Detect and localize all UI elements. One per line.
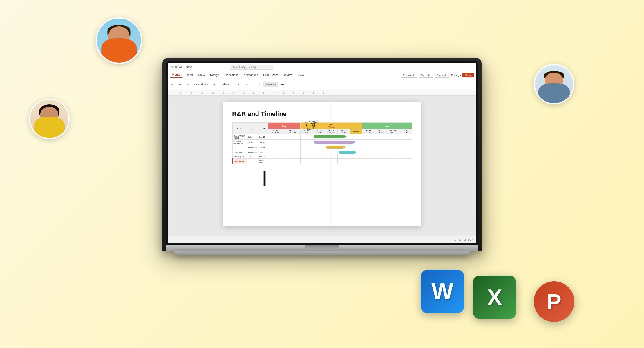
slide-title: R&R and Timeline [232, 110, 412, 118]
toolbar-redo[interactable]: ↪ [177, 82, 183, 87]
gantt-week-col: Week425-31 [337, 129, 350, 134]
laptop-foot [174, 251, 470, 255]
icon-excel[interactable]: X [473, 276, 516, 319]
btn-catch-up[interactable]: Catch Up [419, 72, 434, 78]
toolbar-underline[interactable]: U [256, 82, 262, 87]
gantt-header-role: Role [232, 123, 247, 134]
gantt-header-dec: DecToday [300, 123, 362, 129]
tab-review[interactable]: Review [281, 72, 295, 78]
ppt-ribbon-tabs: Home Insert Draw Design Transitions Anim… [168, 71, 476, 79]
ppt-toolbar: ↩ ↪ ✂ New Slide ▾ ⊞ Rakuten... A B I U S… [168, 79, 476, 90]
gantt-row-highlight: Demo/ Live Jan 15Jan 31 [232, 159, 412, 164]
gantt-week-col: Week28-12 [375, 129, 387, 134]
gantt-header-eta: ETA [258, 123, 268, 134]
view-reading[interactable]: ⊡ [464, 238, 466, 241]
laptop-notch [305, 245, 339, 249]
tab-draw[interactable]: Draw [196, 72, 207, 78]
ppt-statusbar: ⊟ ⊞ ⊡ 90% [168, 236, 476, 243]
slide-canvas[interactable]: R&R and Timeline Role PIC ETA Nov [223, 102, 421, 226]
ppt-window: YOXO AI ... Drive Search (Option + Q) Ho… [168, 63, 476, 243]
btn-share[interactable]: Share [462, 73, 474, 77]
view-normal[interactable]: ⊟ [454, 238, 457, 241]
ppt-ruler: -5-4-3-2-10123456789 [168, 90, 476, 96]
gantt-row: UI/UX Origin Image Sejin Dec 15 [232, 134, 412, 140]
toolbar-font-size[interactable]: A [236, 82, 242, 87]
ppt-search[interactable]: Search (Option + Q) [230, 65, 273, 70]
ppt-title: YOXO AI ... Drive [170, 66, 193, 69]
tab-transitions[interactable]: Transitions [222, 72, 241, 78]
laptop-container: YOXO AI ... Drive Search (Option + Q) Ho… [162, 58, 482, 255]
slide-panel: R&R and Timeline Role PIC ETA Nov [168, 96, 476, 236]
toolbar-undo[interactable]: ↩ [169, 82, 176, 87]
toolbar-text[interactable]: Rakuten... [219, 82, 235, 87]
tab-slideshow[interactable]: Slide Show [261, 72, 280, 78]
today-line [331, 102, 331, 226]
laptop-body: YOXO AI ... Drive Search (Option + Q) Ho… [162, 58, 482, 251]
icon-powerpoint[interactable]: P [534, 281, 574, 322]
zoom-level: 90% [468, 238, 473, 241]
btn-comments[interactable]: Comments [401, 72, 417, 78]
gantt-week-col: Week422-29 [399, 129, 412, 134]
toolbar-cut[interactable]: ✂ [184, 82, 191, 87]
toolbar-new-slide[interactable]: New Slide ▾ [192, 82, 210, 87]
laptop-base [166, 245, 478, 251]
ppt-titlebar: YOXO AI ... Drive Search (Option + Q) [168, 63, 476, 71]
gantt-header-jan: Jan [362, 123, 412, 129]
gantt-week-col: Week14-8 [300, 129, 313, 134]
tab-insert[interactable]: Insert [183, 72, 195, 78]
tab-home[interactable]: Home [170, 72, 183, 78]
gantt-table: Role PIC ETA Nov DecToday Jan [232, 122, 412, 164]
tab-animations[interactable]: Animations [241, 72, 260, 78]
gantt-week-col: Week211-15 [313, 129, 325, 134]
gantt-row: AI Model Generating Uday Dec 20 [232, 140, 412, 145]
gantt-row: API Taehyeon Dec 15 [232, 145, 412, 150]
avatar-woman-orange [96, 17, 142, 64]
gantt-week-col: Week318-22 [325, 129, 338, 134]
avatar-man-gray [534, 64, 574, 104]
view-slide[interactable]: ⊞ [459, 238, 461, 241]
laptop-screen: YOXO AI ... Drive Search (Option + Q) Ho… [168, 63, 476, 243]
tab-view[interactable]: View [295, 72, 306, 78]
toolbar-bold[interactable]: B [243, 82, 249, 87]
gantt-header-nov: Nov [268, 123, 300, 129]
gantt-week-col: Week5 [350, 129, 362, 134]
toolbar-shapes[interactable]: Shapes ▾ [263, 82, 278, 87]
toolbar-more[interactable]: ••• [279, 82, 286, 87]
tab-design[interactable]: Design [208, 72, 221, 78]
icon-word[interactable]: W [421, 270, 464, 313]
gantt-week-col: Week110/30-3/4 [268, 129, 283, 134]
editing-label: Editing ▾ [451, 74, 461, 77]
ppt-content-area: R&R and Timeline Role PIC ETA Nov [168, 96, 476, 236]
toolbar-italic[interactable]: I [250, 82, 255, 87]
avatar-woman-yellow [29, 99, 70, 139]
gantt-row: Front-end Taehyeon Dec 22 [232, 150, 412, 155]
gantt-header-pic: PIC [247, 123, 258, 134]
gantt-row: QA/ Bug Fix QA Jan 12 [232, 155, 412, 159]
gantt-week-col: Week315-19 [387, 129, 399, 134]
gantt-week-col: Week211/6-11/11 [283, 129, 301, 134]
gantt-week-col: Week11-5 [362, 129, 375, 134]
btn-present[interactable]: Present ▾ [435, 72, 450, 78]
laptop-screen-bezel: YOXO AI ... Drive Search (Option + Q) Ho… [166, 61, 478, 245]
toolbar-layout[interactable]: ⊞ [211, 82, 218, 87]
